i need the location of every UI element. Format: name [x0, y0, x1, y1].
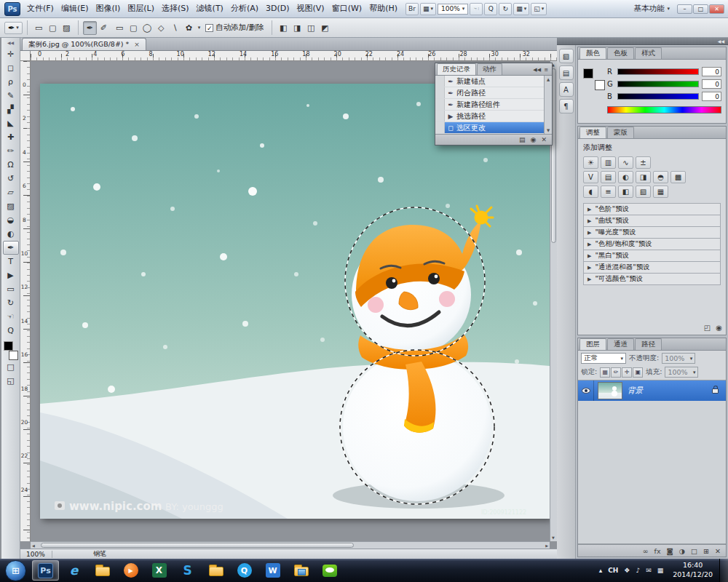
delete-layer-icon[interactable]: ✕ [715, 547, 721, 555]
add-path-area-button[interactable]: ◧ [277, 21, 290, 35]
panel-menu-icon[interactable]: ≡ [544, 67, 548, 73]
fill-field[interactable]: 100% ▾ [665, 367, 698, 378]
horizontal-scroll-thumb[interactable] [41, 543, 354, 548]
maximize-button[interactable]: □ [693, 4, 708, 14]
color-swatches-widget[interactable] [2, 341, 20, 360]
layer-row-background[interactable]: 背景 [578, 380, 726, 401]
start-button[interactable]: ⊞ [5, 560, 26, 581]
custom-shape-button[interactable]: ✿ [182, 21, 196, 35]
launch-bridge-button[interactable]: Br [405, 3, 419, 15]
tab-adjustments[interactable]: 调整 [579, 127, 606, 138]
line-button[interactable]: ∖ [168, 21, 182, 35]
close-tab-icon[interactable]: × [134, 41, 140, 48]
horizontal-ruler[interactable]: 02468101214161820222426283032 [31, 51, 557, 61]
scroll-down-icon[interactable]: ▼ [552, 535, 555, 540]
tab-swatches[interactable]: 色板 [607, 47, 634, 59]
visibility-toggle[interactable] [578, 380, 594, 401]
photoshop-logo-icon[interactable]: Ps [4, 2, 20, 16]
switch-panel-icon[interactable]: ◉ [716, 324, 722, 332]
quick-selection-tool[interactable]: ✎ [3, 89, 19, 103]
history-panel-titlebar[interactable]: 历史记录 动作 ◀◀ ≡ [435, 63, 552, 76]
preset-group[interactable]: ▶ "曲线"预设 [583, 215, 721, 227]
preset-group[interactable]: ▶ "可选颜色"预设 [583, 274, 721, 285]
snowman-image[interactable]: www.nipic.com BY: younggg ID:2009121122 [40, 84, 550, 519]
tray-volume-icon[interactable]: ♪ [633, 567, 643, 574]
ellipse-button[interactable]: ◯ [141, 21, 154, 35]
vertical-ruler[interactable]: 024681012141618202224 [20, 61, 31, 541]
background-color-swatch[interactable] [595, 80, 605, 90]
history-step[interactable]: ✒ 闭合路径 [435, 87, 544, 99]
channel-slider[interactable] [617, 93, 699, 100]
screen-mode-toggle-button[interactable]: ◱ [3, 374, 19, 388]
brush-tool[interactable]: ✏ [3, 144, 19, 158]
channel-slider[interactable] [617, 68, 699, 75]
history-step[interactable]: ▶ 挑选路径 [435, 111, 544, 122]
clone-stamp-tool[interactable]: Ω [3, 158, 19, 172]
vibrance-icon[interactable]: V [583, 171, 598, 183]
color-spectrum-bar[interactable] [607, 106, 721, 113]
photo-filter-icon[interactable]: ◓ [653, 171, 668, 183]
polygon-button[interactable]: ◇ [154, 21, 168, 35]
menu-item[interactable]: 文件(F) [23, 0, 58, 17]
rotate-view-button[interactable]: ↻ [499, 3, 512, 15]
media-player-taskbar-button[interactable]: ▶ [117, 560, 144, 581]
eyedropper-tool[interactable]: ◣ [3, 116, 19, 130]
history-source-checkbox[interactable] [435, 99, 445, 110]
dodge-tool[interactable]: ◐ [3, 227, 19, 241]
show-desktop-button[interactable] [719, 559, 728, 582]
menu-item[interactable]: 编辑(E) [58, 0, 92, 17]
zoom-tool-button[interactable]: Q [484, 3, 497, 15]
eraser-tool[interactable]: ▱ [3, 186, 19, 199]
tab-masks[interactable]: 蒙版 [607, 127, 634, 138]
delete-state-button[interactable]: ✕ [541, 136, 547, 143]
menu-item[interactable]: 滤镜(T) [193, 0, 227, 17]
histogram-panel-icon[interactable]: ▤ [559, 65, 574, 80]
lock-all-button[interactable]: ▣ [633, 367, 643, 378]
shape-tool[interactable]: ▭ [3, 282, 19, 296]
history-step[interactable]: ✒ 新建锚点 [435, 76, 544, 87]
chat-taskbar-button[interactable] [316, 560, 343, 581]
tool-preset-picker[interactable]: ✒▾ [4, 22, 23, 34]
brightness-contrast-icon[interactable]: ☀ [583, 156, 598, 169]
opacity-field[interactable]: 100% ▾ [662, 353, 695, 364]
panel-grip-icon[interactable]: ◀◀ [1, 40, 20, 47]
pictures-folder-taskbar-button[interactable] [288, 560, 314, 581]
tab-styles[interactable]: 样式 [635, 47, 662, 59]
lock-transparency-button[interactable]: ▦ [600, 367, 610, 378]
zoom-level-field[interactable]: 100%▾ [438, 4, 468, 15]
channel-value-field[interactable]: 0 [702, 79, 721, 89]
history-source-checkbox[interactable] [435, 87, 445, 98]
blur-tool[interactable]: ◒ [3, 213, 19, 227]
history-brush-tool[interactable]: ↺ [3, 172, 19, 186]
tab-history[interactable]: 历史记录 [437, 63, 476, 75]
tab-actions[interactable]: 动作 [477, 63, 502, 75]
menu-item[interactable]: 帮助(H) [365, 0, 401, 17]
menu-item[interactable]: 图像(I) [92, 0, 124, 17]
history-step[interactable]: ✒ 新建路径组件 [435, 99, 544, 111]
preset-group[interactable]: ▶ "黑白"预设 [583, 250, 721, 262]
shape-layers-button[interactable]: ▭ [32, 21, 46, 35]
scroll-right-icon[interactable]: ▶ [545, 543, 548, 548]
wps-taskbar-button[interactable]: W [259, 560, 286, 581]
scroll-down-icon[interactable]: ▼ [547, 128, 550, 132]
preset-group[interactable]: ▶ "色相/饱和度"预设 [583, 239, 721, 250]
paragraph-panel-icon[interactable]: ¶ [559, 99, 574, 113]
new-document-from-state-button[interactable]: ▤ [519, 136, 526, 143]
preset-group[interactable]: ▶ "色阶"预设 [583, 204, 721, 215]
posterize-icon[interactable]: ≡ [601, 186, 616, 198]
tray-shield-icon[interactable]: ❖ [621, 567, 633, 574]
new-layer-icon[interactable]: ⊞ [703, 547, 709, 555]
exposure-icon[interactable]: ± [636, 156, 651, 169]
ruler-origin-corner[interactable] [20, 51, 31, 61]
zoom-tool[interactable]: Q [3, 324, 19, 338]
history-step[interactable]: ◻ 选区更改 [435, 122, 544, 134]
layer-group-icon[interactable]: □ [691, 547, 697, 555]
adjustment-layer-icon[interactable]: ◑ [679, 547, 685, 555]
history-source-checkbox[interactable] [435, 122, 445, 133]
gradient-map-icon[interactable]: ▧ [636, 186, 651, 198]
s-browser-taskbar-button[interactable]: S [174, 560, 201, 581]
qq-taskbar-button[interactable]: Q [231, 560, 258, 581]
channel-slider[interactable] [617, 81, 699, 87]
intersect-path-area-button[interactable]: ◫ [304, 21, 318, 35]
menu-item[interactable]: 选择(S) [158, 0, 193, 17]
